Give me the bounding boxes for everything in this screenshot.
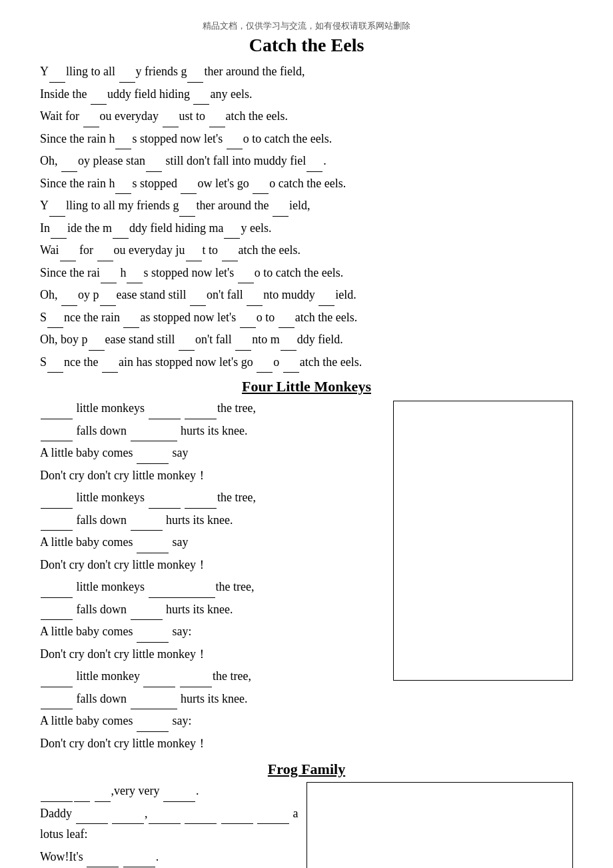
main-title: Catch the Eels — [40, 35, 573, 56]
monkeys-section: Four Little Monkeys little monkeys the t… — [40, 378, 573, 755]
frog-section: Frog Family ,very very . Daddy , a lotus… — [40, 761, 573, 868]
watermark: 精品文档，仅供学习与交流，如有侵权请联系网站删除 — [40, 20, 573, 32]
frog-text: ,very very . Daddy , a lotus leaf: Wow!I… — [40, 781, 306, 868]
monkeys-image-box — [393, 401, 573, 681]
eels-section: Ylling to all y friends gther around the… — [40, 61, 573, 373]
monkeys-text: little monkeys the tree, falls down hurt… — [40, 398, 393, 755]
frog-image-box — [306, 782, 573, 868]
